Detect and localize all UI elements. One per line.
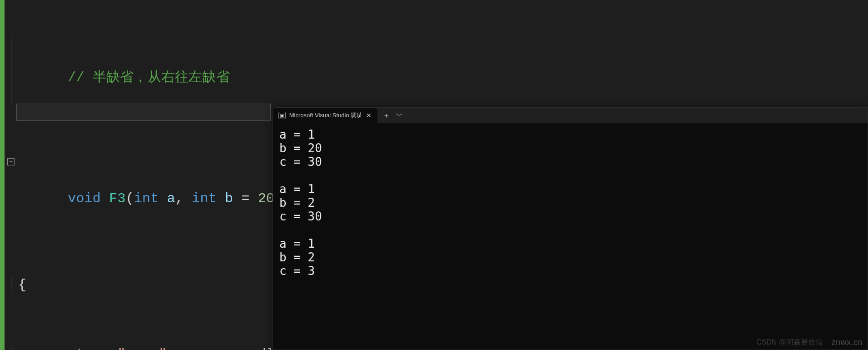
fold-toggle-icon[interactable]: − bbox=[7, 158, 15, 165]
close-icon[interactable]: ✕ bbox=[365, 111, 373, 120]
watermark-text: CSDN @阿森要自信 bbox=[756, 338, 823, 347]
terminal-icon: ▣ bbox=[278, 112, 286, 119]
new-tab-button[interactable]: ＋ bbox=[383, 111, 390, 120]
watermark-text: znwx.cn bbox=[831, 338, 863, 347]
modified-indicator bbox=[0, 0, 5, 350]
terminal-titlebar[interactable]: ▣ Microsoft Visual Studio 调试 ✕ ＋ ﹀ bbox=[273, 108, 868, 123]
tab-dropdown-icon[interactable]: ﹀ bbox=[396, 111, 403, 120]
terminal-output[interactable]: a = 1 b = 20 c = 30 a = 1 b = 2 c = 30 a… bbox=[273, 123, 868, 282]
code-comment: // 半缺省，从右往左缺省 bbox=[68, 70, 230, 85]
function-name: F3 bbox=[109, 191, 125, 206]
terminal-tab[interactable]: ▣ Microsoft Visual Studio 调试 ✕ bbox=[273, 108, 377, 123]
code-editor[interactable]: // 半缺省，从右往左缺省 − void F3(int a, int b = 2… bbox=[0, 0, 868, 350]
terminal-tab-title: Microsoft Visual Studio 调试 bbox=[289, 111, 362, 120]
debug-console-window[interactable]: ▣ Microsoft Visual Studio 调试 ✕ ＋ ﹀ a = 1… bbox=[273, 107, 868, 350]
